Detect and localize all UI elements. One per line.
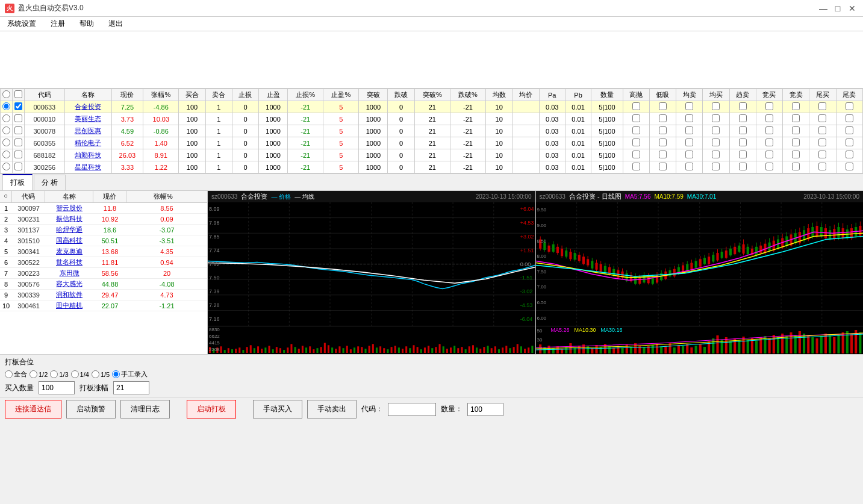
row-c6-1[interactable] [765,114,773,122]
row-c2-5[interactable] [659,163,667,170]
list-item[interactable]: 3 301137 哈焊华通 18.6 -3.07 [0,225,207,235]
list-item[interactable]: 7 300223 东田微 58.56 20 [0,268,207,279]
row-radio-1[interactable] [2,114,10,122]
row-c1-4[interactable] [632,151,640,158]
tab-board[interactable]: 打板 [2,174,33,190]
row-c1-3[interactable] [632,138,640,146]
row-c3-1[interactable] [685,114,693,122]
row-c9-4[interactable] [846,151,853,158]
menu-help[interactable]: 帮助 [77,17,96,30]
row-name-0[interactable]: 合金投资 [64,101,111,113]
minimize-button[interactable]: — [817,2,829,14]
radio-quarter-input[interactable] [71,370,79,378]
table-checkbox-all[interactable] [14,90,22,98]
radio-full[interactable]: 全合 [5,370,27,379]
row-c8-1[interactable] [818,114,826,122]
row-c3-3[interactable] [685,138,693,146]
row-radio-0[interactable] [2,102,10,110]
row-c2-2[interactable] [659,126,667,134]
row-name-4[interactable]: 灿勤科技 [64,149,111,161]
menu-exit[interactable]: 退出 [106,17,125,30]
row-c6-3[interactable] [765,138,773,146]
btn-start-predict[interactable]: 启动预警 [66,400,116,418]
row-c9-3[interactable] [846,138,853,146]
btn-manual-sell[interactable]: 手动卖出 [307,400,357,418]
list-item[interactable]: 6 300522 世名科技 11.81 0.94 [0,257,207,268]
row-radio-3[interactable] [2,138,10,146]
row-c6-0[interactable] [765,102,773,110]
row-c5-2[interactable] [739,126,747,134]
close-button[interactable]: ✕ [846,2,858,14]
radio-half-input[interactable] [30,370,37,378]
radio-fifth-input[interactable] [92,370,99,378]
radio-fifth[interactable]: 1/5 [92,370,110,378]
row-c8-4[interactable] [818,151,826,158]
row-c4-5[interactable] [712,163,720,170]
row-c5-5[interactable] [739,163,747,170]
row-c6-2[interactable] [765,126,773,134]
row-c1-5[interactable] [632,163,640,170]
row-check-4[interactable] [14,151,22,158]
row-c2-4[interactable] [659,151,667,158]
row-c9-2[interactable] [846,126,853,134]
row-check-3[interactable] [14,138,22,146]
maximize-button[interactable]: □ [832,2,844,14]
row-c4-2[interactable] [712,126,720,134]
btn-manual-buy[interactable]: 手动买入 [253,400,302,418]
row-check-1[interactable] [14,114,22,122]
row-c5-0[interactable] [739,102,747,110]
list-item[interactable]: 10 300461 田中精机 22.07 -1.21 [0,300,207,311]
row-check-5[interactable] [14,163,22,170]
row-c3-4[interactable] [685,151,693,158]
row-radio-4[interactable] [2,151,10,158]
row-c8-2[interactable] [818,126,826,134]
menu-register[interactable]: 注册 [48,17,67,30]
row-name-3[interactable]: 精伦电子 [64,137,111,149]
row-c7-3[interactable] [792,138,800,146]
list-item[interactable]: 2 300231 振信科技 10.92 0.09 [0,214,207,225]
row-c6-4[interactable] [765,151,773,158]
row-name-5[interactable]: 星星科技 [64,161,111,173]
row-c3-5[interactable] [685,163,693,170]
tab-analyze[interactable]: 分 析 [34,175,66,190]
qty-input[interactable] [467,403,503,416]
row-c4-4[interactable] [712,151,720,158]
list-item[interactable]: 4 301510 国高科技 50.51 -3.51 [0,235,207,246]
btn-connect[interactable]: 连接通达信 [5,400,61,418]
buy-qty-input[interactable] [39,381,75,394]
row-c4-0[interactable] [712,102,720,110]
list-item[interactable]: 8 300576 容大感光 44.88 -4.08 [0,279,207,290]
row-check-2[interactable] [14,126,22,134]
zhang-input[interactable] [113,381,149,394]
row-c2-0[interactable] [659,102,667,110]
row-name-1[interactable]: 美丽生态 [64,113,111,125]
row-c2-1[interactable] [659,114,667,122]
list-item[interactable]: 5 300341 麦克奥迪 13.68 4.35 [0,246,207,257]
row-c7-5[interactable] [792,163,800,170]
row-c7-2[interactable] [792,126,800,134]
row-c9-5[interactable] [846,163,853,170]
row-c1-0[interactable] [632,102,640,110]
radio-half[interactable]: 1/2 [30,370,48,378]
row-c4-1[interactable] [712,114,720,122]
radio-manual-input[interactable] [112,370,120,378]
table-radio-header[interactable] [2,90,10,98]
radio-third[interactable]: 1/3 [50,370,68,378]
row-c7-1[interactable] [792,114,800,122]
row-c8-5[interactable] [818,163,826,170]
row-c8-3[interactable] [818,138,826,146]
list-item[interactable]: 9 300339 润和软件 29.47 4.73 [0,290,207,300]
btn-start-board[interactable]: 启动打板 [187,400,236,418]
row-radio-5[interactable] [2,163,10,170]
menu-system-settings[interactable]: 系统设置 [5,17,39,30]
row-c7-4[interactable] [792,151,800,158]
row-name-2[interactable]: 思创医惠 [64,125,111,137]
row-c3-2[interactable] [685,126,693,134]
row-c7-0[interactable] [792,102,800,110]
radio-quarter[interactable]: 1/4 [71,370,89,378]
row-c1-2[interactable] [632,126,640,134]
row-c9-0[interactable] [846,102,853,110]
row-c5-3[interactable] [739,138,747,146]
btn-clear-log[interactable]: 清理日志 [120,400,170,418]
row-c4-3[interactable] [712,138,720,146]
